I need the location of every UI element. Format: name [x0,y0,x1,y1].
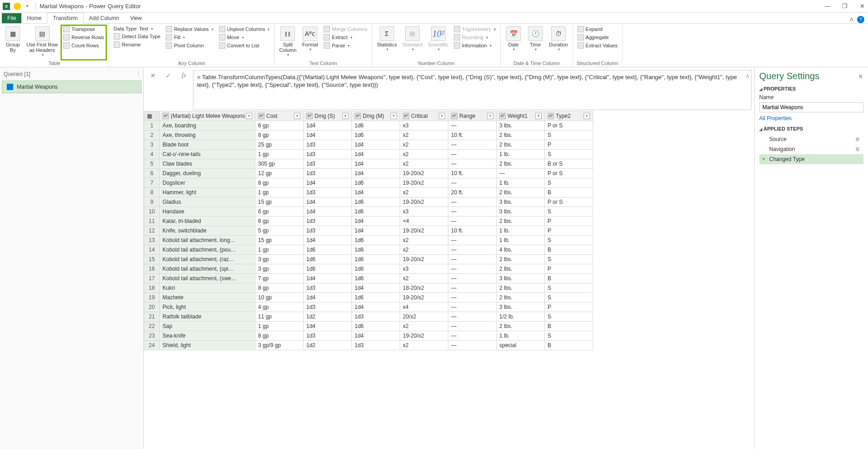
minimize-button[interactable]: — [824,3,831,10]
fill-button[interactable]: Fill▾ [164,34,215,41]
applied-step[interactable]: Source⚙ [759,134,863,144]
row-number[interactable]: 23 [144,331,160,341]
cell[interactable]: 1d6 [352,322,400,331]
cell[interactable]: P [545,264,593,274]
cell[interactable]: 1d6 [304,255,352,264]
cell[interactable]: 1d3 [304,303,352,312]
cell[interactable]: Dagger, dueling [160,169,255,178]
collapse-ribbon-icon[interactable]: ᐱ [850,17,853,23]
cell[interactable]: Pick, light [160,303,255,312]
cell[interactable]: 15 gp [255,197,304,207]
cell[interactable]: 1d4 [304,236,352,245]
data-grid[interactable]: ▦Aᴮ(Martial) Light Melee Weapons▾AᴮCost▾… [144,111,754,449]
aggregate-button[interactable]: Aggregate [576,34,619,41]
cell[interactable]: — [448,283,497,293]
cell[interactable]: x3 [400,121,448,131]
cell[interactable]: 1 gp [255,150,304,159]
cell[interactable]: 1d4 [352,188,400,197]
query-name-input[interactable] [759,102,863,112]
cell[interactable]: 1d3 [304,150,352,159]
cell[interactable]: Axe, boarding [160,121,255,131]
filter-icon[interactable]: ▾ [439,113,445,119]
row-number[interactable]: 18 [144,283,160,293]
step-gear-icon[interactable]: ⚙ [855,146,860,152]
cell[interactable]: 1d6 [352,197,400,207]
cell[interactable]: 1d4 [352,140,400,150]
cell[interactable]: 1 lb. [497,226,545,236]
row-number[interactable]: 16 [144,264,160,274]
cell[interactable]: 10 ft. [448,131,497,140]
cell[interactable]: 2 lbs. [497,283,545,293]
cell[interactable]: 3 lbs. [497,197,545,207]
merge-columns-button[interactable]: Merge Columns [322,25,369,33]
column-header[interactable]: AᴮCost▾ [255,111,304,121]
cell[interactable]: Kobold tail attachment, (swe… [160,274,255,283]
row-number[interactable]: 15 [144,255,160,264]
cell[interactable]: 19-20/x2 [400,169,448,178]
help-icon[interactable]: ? [857,16,864,23]
smiley-icon[interactable] [14,3,21,10]
cell[interactable]: 12 gp [255,169,304,178]
cell[interactable]: 1 lb. [497,150,545,159]
cell[interactable]: 5 gp [255,226,304,236]
group-by-button[interactable]: ▦Group By [3,25,23,60]
cell[interactable]: 10 gp [255,293,304,303]
cell[interactable]: 1d3 [304,217,352,226]
cell[interactable]: 1d3 [304,331,352,341]
cell[interactable]: 19-20/x2 [400,226,448,236]
type-icon[interactable]: Aᴮ [548,113,554,119]
rounding-button[interactable]: Rounding▾ [452,34,497,41]
cancel-formula-button[interactable]: ✕ [147,70,159,81]
cell[interactable]: — [497,169,545,178]
cell[interactable]: 1d6 [352,207,400,217]
format-button[interactable]: AᴮᴄFormat▾ [300,25,320,60]
cell[interactable]: S [545,293,593,303]
cell[interactable]: 19-20/x2 [400,178,448,188]
cell[interactable]: 1d4 [304,197,352,207]
cell[interactable]: P [545,140,593,150]
cell[interactable]: B or S [545,159,593,169]
count-rows-button[interactable]: Count Rows [61,42,106,49]
filter-icon[interactable]: ▾ [246,113,252,119]
cell[interactable]: 1d2 [304,341,352,350]
cell[interactable]: B [545,341,593,350]
close-settings-button[interactable]: ✕ [858,73,863,80]
cell[interactable]: 25 gp [255,140,304,150]
cell[interactable]: Kobold tail attachment, (raz… [160,255,255,264]
transpose-button[interactable]: Transpose [61,25,106,33]
cell[interactable]: 1d4 [352,226,400,236]
cell[interactable]: — [448,245,497,255]
cell[interactable]: P or S [545,121,593,131]
cell[interactable]: Kukri [160,283,255,293]
row-number[interactable]: 14 [144,245,160,255]
row-number[interactable]: 10 [144,207,160,217]
cell[interactable]: 1d3 [304,188,352,197]
column-header[interactable]: AᴮRange▾ [448,111,497,121]
cell[interactable]: 305 gp [255,159,304,169]
date-button[interactable]: 📅Date▾ [503,25,523,60]
cell[interactable]: Claw blades [160,159,255,169]
cell[interactable]: — [448,322,497,331]
rename-button[interactable]: Rename [112,41,162,48]
cell[interactable]: 1/2 lb. [497,312,545,322]
cell[interactable]: 7 gp [255,274,304,283]
cell[interactable]: 2 lbs. [497,264,545,274]
cell[interactable]: 1d6 [304,264,352,274]
cell[interactable]: Kobold tail attachment, long… [160,236,255,245]
cell[interactable]: Gladius [160,197,255,207]
row-number[interactable]: 24 [144,341,160,350]
cell[interactable]: 1 lb. [497,331,545,341]
cell[interactable]: 19-20/x2 [400,293,448,303]
cell[interactable]: 3 gp/9 gp [255,341,304,350]
column-header[interactable]: AᴮCritical▾ [400,111,448,121]
cell[interactable]: x2 [400,140,448,150]
cell[interactable]: Sap [160,322,255,331]
cell[interactable]: — [448,150,497,159]
fx-icon[interactable]: fx [178,70,190,81]
cell[interactable]: — [448,293,497,303]
cell[interactable]: 2 lbs. [497,131,545,140]
filter-icon[interactable]: ▾ [391,113,397,119]
cell[interactable]: P [545,303,593,312]
cell[interactable]: 10 ft. [448,226,497,236]
expand-formula-icon[interactable]: ᐱ [746,72,749,80]
